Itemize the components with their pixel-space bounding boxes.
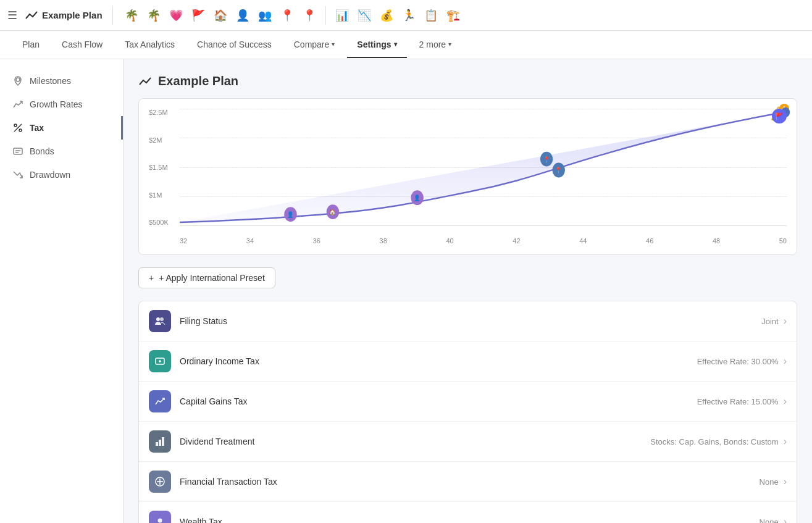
x-label-42: 42 [513, 237, 520, 245]
y-label-500k: $500K [149, 219, 177, 226]
tax-item-filing-status[interactable]: Filing Status Joint › [139, 301, 797, 341]
sidebar-milestones-label: Milestones [30, 76, 71, 86]
tab-plan[interactable]: Plan [12, 32, 49, 58]
logo-text: Example Plan [42, 10, 103, 20]
filing-status-value: Joint [761, 317, 778, 326]
tax-list: Filing Status Joint › Ordinary Income Ta… [138, 301, 797, 523]
tax-item-ordinary-income[interactable]: Ordinary Income Tax Effective Rate: 30.0… [139, 341, 797, 382]
svg-line-5 [14, 124, 22, 132]
topbar-icon-13[interactable]: 🏃 [400, 7, 417, 24]
topbar-icon-8[interactable]: 📍 [278, 7, 296, 24]
topbar-icon-1[interactable]: 🌴 [123, 7, 140, 24]
chart-area: $2.5M $2M $1.5M $1M $500K [149, 109, 787, 245]
tab-compare[interactable]: Compare ▾ [284, 32, 345, 58]
topbar-icon-9[interactable]: 📍 [301, 7, 318, 24]
capital-gains-value: Effective Rate: 15.00% [697, 397, 779, 406]
topbar-icon-15[interactable]: 🏗️ [445, 7, 462, 24]
logo: Example Plan [25, 9, 103, 22]
sidebar-item-drawdown[interactable]: Drawdown [0, 163, 123, 186]
sidebar-item-bonds[interactable]: Bonds [0, 140, 123, 163]
tab-more[interactable]: 2 more ▾ [409, 32, 462, 58]
financial-transaction-icon [149, 471, 171, 493]
wealth-tax-chevron-icon: › [784, 516, 787, 523]
ordinary-income-icon [149, 350, 171, 372]
y-label-1000k: $1M [149, 191, 177, 199]
chart-svg: 👤 🏠 👤 📍 📍 [180, 109, 787, 225]
chart-inner: 👤 🏠 👤 📍 📍 [180, 109, 787, 226]
chart-container: 🔔 1 $2.5M $2M $1.5M $1M $500K [138, 98, 797, 255]
svg-point-4 [19, 129, 22, 132]
wealth-tax-icon [149, 511, 171, 523]
menu-icon[interactable]: ☰ [7, 9, 17, 22]
y-label-2500k: $2.5M [149, 109, 177, 116]
more-arrow-icon: ▾ [448, 41, 451, 48]
chart-x-labels: 32 34 36 38 40 42 44 46 48 50 [180, 237, 787, 245]
bonds-icon [12, 146, 23, 157]
filing-status-chevron-icon: › [784, 316, 787, 327]
svg-rect-6 [14, 148, 22, 154]
topbar-icon-14[interactable]: 📋 [422, 7, 440, 24]
wealth-tax-label: Wealth Tax [180, 517, 760, 523]
tax-item-wealth-tax[interactable]: Wealth Tax None › [139, 502, 797, 523]
capital-gains-chevron-icon: › [784, 396, 787, 407]
sidebar-item-tax[interactable]: Tax [0, 116, 123, 140]
sidebar-drawdown-label: Drawdown [30, 170, 70, 180]
svg-point-0 [16, 78, 20, 82]
sidebar-item-milestones[interactable]: Milestones [0, 69, 123, 93]
svg-point-16 [160, 317, 164, 321]
plan-chart-icon [138, 75, 152, 88]
financial-transaction-value: None [760, 477, 779, 487]
topbar-icon-4[interactable]: 🚩 [190, 7, 207, 24]
tab-settings[interactable]: Settings ▾ [347, 32, 406, 58]
main-layout: Milestones Growth Rates Tax B [0, 59, 812, 523]
topbar-icon-5[interactable]: 🏠 [212, 7, 229, 24]
location-icon [12, 75, 23, 86]
chart-y-labels: $2.5M $2M $1.5M $1M $500K [149, 109, 177, 226]
topbar-icon-6[interactable]: 👤 [234, 7, 251, 24]
tab-cash-flow[interactable]: Cash Flow [52, 32, 112, 58]
preset-label: + Apply International Preset [159, 273, 265, 283]
x-label-38: 38 [380, 237, 387, 245]
svg-text:📍: 📍 [555, 167, 562, 175]
x-label-32: 32 [180, 237, 187, 245]
capital-gains-icon [149, 390, 171, 412]
preset-plus-icon: + [149, 273, 154, 283]
ordinary-income-chevron-icon: › [784, 356, 787, 367]
svg-text:📍: 📍 [543, 156, 550, 164]
dividend-icon [149, 430, 171, 453]
svg-point-3 [14, 124, 17, 127]
topbar-icon-12[interactable]: 💰 [378, 7, 395, 24]
x-label-34: 34 [246, 237, 254, 245]
plan-header: Example Plan [138, 74, 797, 88]
settings-arrow-icon: ▾ [394, 41, 397, 48]
svg-text:👤: 👤 [414, 195, 421, 203]
tax-item-dividend[interactable]: Dividend Treatment Stocks: Cap. Gains, B… [139, 422, 797, 462]
sidebar-bonds-label: Bonds [30, 146, 54, 156]
tab-chance-of-success[interactable]: Chance of Success [187, 32, 282, 58]
tax-item-financial-transaction[interactable]: Financial Transaction Tax None › [139, 462, 797, 502]
topbar-icon-2[interactable]: 🌴 [145, 7, 162, 24]
tab-tax-analytics[interactable]: Tax Analytics [115, 32, 185, 58]
wealth-tax-value: None [760, 517, 779, 524]
y-label-1500k: $1.5M [149, 164, 177, 171]
capital-gains-label: Capital Gains Tax [180, 396, 697, 406]
topbar-icon-10[interactable]: 📊 [333, 7, 351, 24]
sidebar: Milestones Growth Rates Tax B [0, 59, 123, 523]
apply-preset-button[interactable]: + + Apply International Preset [138, 267, 275, 288]
tax-item-capital-gains[interactable]: Capital Gains Tax Effective Rate: 15.00%… [139, 382, 797, 422]
ordinary-income-value: Effective Rate: 30.00% [697, 357, 779, 366]
topbar-icon-3[interactable]: 💗 [167, 7, 185, 24]
topbar-icon-11[interactable]: 📉 [356, 7, 373, 24]
topbar: ☰ Example Plan 🌴 🌴 💗 🚩 🏠 👤 👥 📍 📍 📊 📉 💰 🏃… [0, 0, 812, 31]
growth-icon [12, 99, 23, 110]
tax-icon [12, 122, 23, 133]
x-label-44: 44 [579, 237, 587, 245]
topbar-divider [112, 6, 113, 25]
topbar-icon-7[interactable]: 👥 [256, 7, 274, 24]
compare-arrow-icon: ▾ [332, 41, 335, 48]
dividend-chevron-icon: › [784, 436, 787, 447]
logo-icon [25, 9, 38, 22]
plan-title: Example Plan [158, 74, 238, 88]
y-label-2000k: $2M [149, 136, 177, 144]
sidebar-item-growth-rates[interactable]: Growth Rates [0, 93, 123, 116]
